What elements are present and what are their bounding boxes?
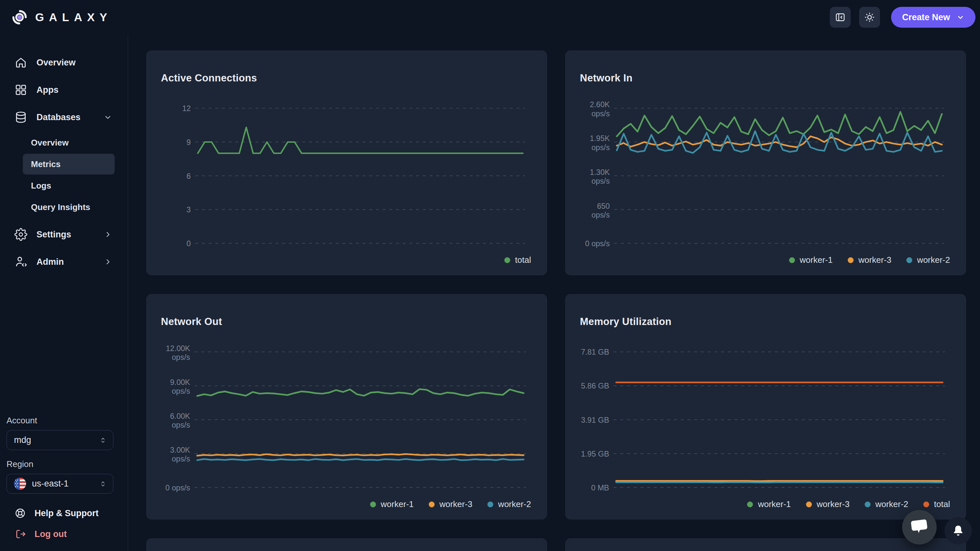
chart-legend: worker-1worker-3worker-2 bbox=[161, 497, 532, 511]
chart-title: Network In bbox=[580, 72, 951, 84]
legend-label: worker-2 bbox=[917, 255, 950, 265]
svg-text:0 ops/s: 0 ops/s bbox=[165, 484, 190, 492]
svg-text:5.86 GB: 5.86 GB bbox=[581, 382, 609, 391]
chart-card-network-in: Network In 2.60Kops/s1.95Kops/s1.30Kops/… bbox=[565, 51, 966, 275]
svg-text:3.91 GB: 3.91 GB bbox=[581, 416, 609, 424]
svg-text:9.00Kops/s: 9.00Kops/s bbox=[170, 378, 190, 396]
legend-item-worker-3[interactable]: worker-3 bbox=[848, 255, 891, 265]
legend-dot bbox=[487, 502, 493, 507]
sun-icon bbox=[864, 12, 875, 23]
collapse-sidebar-button[interactable] bbox=[830, 7, 851, 28]
sidebar-item-label: Overview bbox=[31, 138, 69, 148]
legend-dot bbox=[429, 502, 434, 507]
brand-name: GALAXY bbox=[35, 11, 112, 24]
gear-icon bbox=[14, 228, 27, 241]
svg-text:1.30Kops/s: 1.30Kops/s bbox=[590, 168, 610, 185]
sidebar-item-label: Settings bbox=[37, 230, 72, 240]
sidebar-item-db-overview[interactable]: Overview bbox=[23, 132, 115, 153]
svg-text:650ops/s: 650ops/s bbox=[592, 202, 610, 219]
svg-text:12.00Kops/s: 12.00Kops/s bbox=[166, 344, 190, 362]
chart-title: Active Connections bbox=[161, 72, 532, 84]
database-icon bbox=[14, 111, 27, 124]
sidebar-item-logs[interactable]: Logs bbox=[23, 175, 115, 196]
svg-text:0 MB: 0 MB bbox=[591, 484, 609, 492]
legend-item-worker-1[interactable]: worker-1 bbox=[747, 499, 791, 509]
legend-item-total[interactable]: total bbox=[504, 255, 531, 265]
legend-item-total[interactable]: total bbox=[923, 499, 950, 509]
legend-label: worker-2 bbox=[498, 499, 531, 509]
chevron-right-icon bbox=[103, 230, 112, 239]
chart-legend: worker-1worker-3worker-2 bbox=[580, 252, 951, 267]
sidebar-item-metrics[interactable]: Metrics bbox=[23, 154, 115, 175]
sidebar-item-label: Databases bbox=[37, 112, 81, 122]
svg-text:6: 6 bbox=[187, 172, 191, 180]
legend-dot bbox=[848, 257, 854, 263]
topbar: GALAXY Crea bbox=[0, 0, 980, 35]
legend-label: worker-1 bbox=[758, 499, 791, 509]
legend-label: total bbox=[934, 499, 950, 509]
galaxy-logo-icon bbox=[11, 9, 28, 26]
create-new-label: Create New bbox=[902, 13, 950, 22]
notifications-bell-button[interactable] bbox=[945, 517, 972, 545]
chat-widget-button[interactable] bbox=[902, 510, 937, 545]
databases-submenu: Overview Metrics Logs Query Insights bbox=[0, 132, 121, 218]
legend-label: worker-1 bbox=[381, 499, 414, 509]
chevron-right-icon bbox=[103, 257, 112, 266]
chart-card-network-out: Network Out 12.00Kops/s9.00Kops/s6.00Kop… bbox=[146, 294, 547, 519]
sidebar: Overview Apps Databases bbox=[0, 35, 128, 551]
chart-card-partial-right bbox=[565, 538, 966, 551]
legend-item-worker-2[interactable]: worker-2 bbox=[906, 255, 950, 265]
legend-label: worker-3 bbox=[859, 255, 891, 265]
legend-dot bbox=[747, 502, 753, 507]
chat-bubble-icon bbox=[910, 518, 929, 536]
sidebar-item-overview[interactable]: Overview bbox=[0, 52, 121, 73]
sidebar-item-label: Query Insights bbox=[31, 202, 90, 212]
logout-link[interactable]: Log out bbox=[14, 526, 121, 543]
chevron-down-icon bbox=[956, 13, 964, 21]
region-select[interactable]: us-east-1 bbox=[6, 474, 113, 494]
svg-text:12: 12 bbox=[183, 105, 191, 113]
us-flag-icon bbox=[14, 478, 26, 490]
panel-collapse-icon bbox=[835, 12, 846, 23]
legend-item-worker-1[interactable]: worker-1 bbox=[789, 255, 833, 265]
account-select[interactable]: mdg bbox=[6, 430, 113, 450]
create-new-button[interactable]: Create New bbox=[891, 7, 975, 28]
legend-item-worker-3[interactable]: worker-3 bbox=[806, 499, 850, 509]
svg-text:2.60Kops/s: 2.60Kops/s bbox=[590, 101, 610, 118]
sidebar-item-apps[interactable]: Apps bbox=[0, 80, 121, 100]
bell-icon bbox=[951, 524, 965, 537]
legend-dot bbox=[370, 502, 376, 507]
chart-card-active-connections: Active Connections 129630 total bbox=[146, 51, 547, 275]
help-support-link[interactable]: Help & Support bbox=[14, 505, 121, 522]
chart-legend: total bbox=[161, 252, 532, 267]
sidebar-item-databases[interactable]: Databases bbox=[0, 107, 121, 127]
theme-toggle-button[interactable] bbox=[859, 7, 880, 28]
svg-text:6.00Kops/s: 6.00Kops/s bbox=[170, 412, 190, 430]
legend-item-worker-2[interactable]: worker-2 bbox=[487, 499, 531, 509]
sidebar-item-label: Admin bbox=[37, 257, 64, 267]
svg-text:3: 3 bbox=[187, 206, 191, 214]
sidebar-item-query-insights[interactable]: Query Insights bbox=[23, 197, 115, 218]
legend-dot bbox=[865, 502, 870, 507]
legend-label: worker-3 bbox=[817, 499, 850, 509]
sidebar-item-label: Apps bbox=[37, 85, 59, 95]
chart-legend: worker-1worker-3worker-2total bbox=[580, 497, 951, 511]
help-support-label: Help & Support bbox=[35, 508, 99, 518]
legend-dot bbox=[923, 502, 929, 507]
legend-dot bbox=[789, 257, 795, 263]
chevron-down-icon bbox=[103, 113, 112, 121]
brand-logo[interactable]: GALAXY bbox=[11, 9, 112, 26]
memory-utilization-chart: 7.81 GB5.86 GB3.91 GB1.95 GB0 MB bbox=[580, 343, 951, 497]
sidebar-item-settings[interactable]: Settings bbox=[0, 224, 121, 245]
chart-card-memory-utilization: Memory Utilization 7.81 GB5.86 GB3.91 GB… bbox=[565, 294, 966, 519]
svg-text:1.95Kops/s: 1.95Kops/s bbox=[590, 135, 610, 152]
legend-item-worker-2[interactable]: worker-2 bbox=[865, 499, 908, 509]
logout-icon bbox=[14, 528, 26, 540]
sidebar-item-admin[interactable]: Admin bbox=[0, 252, 121, 272]
logout-label: Log out bbox=[35, 529, 67, 539]
legend-item-worker-3[interactable]: worker-3 bbox=[429, 499, 473, 509]
chart-title: Network Out bbox=[161, 316, 532, 328]
legend-label: worker-1 bbox=[800, 255, 833, 265]
legend-item-worker-1[interactable]: worker-1 bbox=[370, 499, 414, 509]
region-value: us-east-1 bbox=[32, 479, 93, 489]
